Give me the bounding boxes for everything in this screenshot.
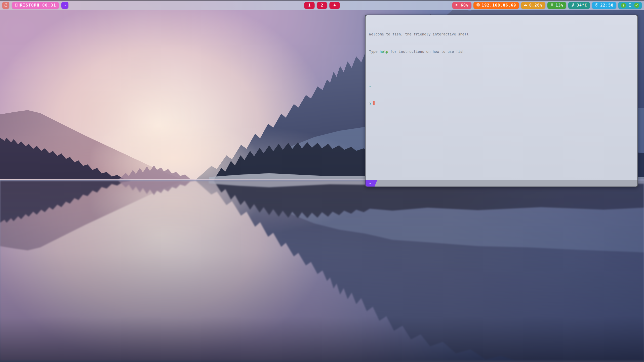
clock-module[interactable]: 22:58 — [592, 2, 616, 9]
user-clock-badge[interactable]: CHRISTOPH 00:31 — [12, 2, 59, 9]
speaker-icon — [455, 3, 459, 8]
workspace-switcher: 1 2 4 — [304, 2, 340, 9]
terminal-line-help: Type help for instructions on how to use… — [369, 49, 634, 55]
workspace-button-4[interactable]: 4 — [330, 2, 340, 9]
terminal-content[interactable]: Welcome to fish, the friendly interactiv… — [366, 15, 637, 180]
clock-value: 22:58 — [600, 3, 614, 8]
key-icon[interactable] — [621, 3, 626, 8]
tux-penguin-icon — [3, 2, 8, 8]
terminal-tab-home[interactable]: ~ — [366, 180, 377, 187]
desktop: CHRISTOPH 00:31 ~ 1 2 4 60% — [0, 0, 644, 362]
globe-icon — [476, 3, 480, 8]
ip-address-value: 192.168.86.69 — [482, 3, 516, 8]
phone-icon[interactable] — [628, 3, 632, 8]
volume-module[interactable]: 60% — [452, 2, 471, 9]
launcher-button[interactable] — [2, 2, 9, 9]
workspace-button-2[interactable]: 2 — [317, 2, 327, 9]
help-keyword: help — [380, 50, 388, 54]
cpu-module[interactable]: 0.26% — [521, 2, 545, 9]
terminal-cursor — [373, 101, 375, 105]
bar-right-group: 60% 192.168.86.69 0.26% 13% — [452, 2, 642, 9]
status-bar: CHRISTOPH 00:31 ~ 1 2 4 60% — [0, 0, 644, 10]
terminal-blank-line — [369, 66, 634, 72]
home-dir-badge[interactable]: ~ — [61, 2, 68, 9]
system-tray — [618, 2, 642, 9]
check-icon[interactable] — [634, 3, 639, 8]
terminal-line-welcome: Welcome to fish, the friendly interactiv… — [369, 31, 634, 37]
terminal-prompt-line: ❯ — [369, 101, 634, 107]
temperature-value: 34°C — [577, 3, 587, 8]
temperature-module[interactable]: 34°C — [568, 2, 590, 9]
terminal-window[interactable]: Welcome to fish, the friendly interactiv… — [365, 15, 638, 187]
terminal-cwd: ~ — [369, 83, 634, 89]
prompt-chevron: ❯ — [369, 102, 371, 106]
workspace-button-1[interactable]: 1 — [304, 2, 315, 9]
clock-icon — [595, 3, 598, 8]
memory-value: 13% — [556, 3, 564, 8]
thermometer-icon — [571, 3, 575, 8]
database-icon — [550, 3, 554, 8]
terminal-tab-label: ~ — [369, 182, 371, 185]
home-dir-label: ~ — [64, 3, 66, 8]
water-tint-overlay — [0, 179, 644, 362]
user-clock-label: CHRISTOPH 00:31 — [15, 3, 56, 8]
cpu-value: 0.26% — [529, 3, 543, 8]
lake-reflection — [0, 179, 644, 362]
volume-value: 60% — [461, 3, 469, 8]
bar-left-group: CHRISTOPH 00:31 ~ — [2, 2, 68, 9]
gauge-icon — [524, 3, 528, 8]
terminal-tab-bar: ~ — [366, 180, 637, 187]
network-module[interactable]: 192.168.86.69 — [473, 2, 519, 9]
memory-module[interactable]: 13% — [547, 2, 567, 9]
